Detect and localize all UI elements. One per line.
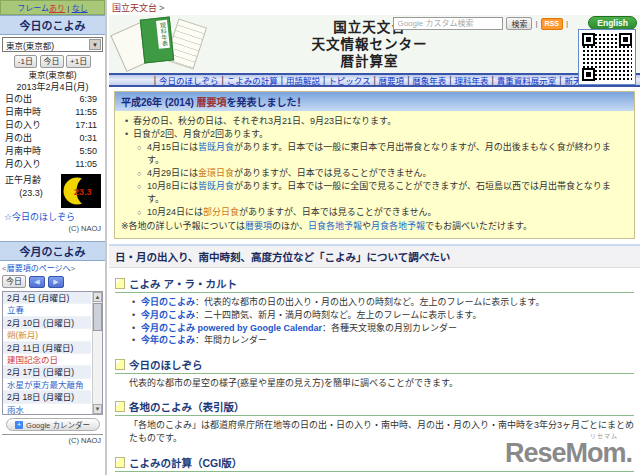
page-icon — [115, 457, 125, 468]
qr-pattern — [582, 33, 632, 81]
frame-off-link[interactable]: なし — [72, 4, 88, 13]
solar-forecast-link[interactable]: 日食各地予報 — [308, 221, 362, 231]
list-item: 水星が東方最大離角 — [3, 379, 91, 391]
nav-keisan[interactable]: こよみの計算 — [227, 74, 278, 86]
google-calendar-label: Google カレンダー — [26, 419, 90, 430]
row-label: 日南中時 — [5, 106, 41, 119]
nav-rika[interactable]: 理科年表 — [455, 74, 489, 86]
row-value: 6:39 — [79, 93, 97, 106]
rss-button[interactable]: RSS — [541, 18, 563, 30]
page-icon — [115, 278, 125, 289]
nav-separator: | — [373, 75, 375, 85]
month-koyomi-title: 今月のこよみ — [0, 241, 105, 261]
nav-rekiyoko[interactable]: 暦要項 — [379, 74, 405, 86]
page-icon — [115, 401, 125, 412]
announcement-sub-bullet: 10月24日には部分日食がありますが、日本では見ることができません。 — [121, 206, 626, 219]
nav-separator: | — [154, 75, 156, 85]
qr-code-image — [578, 29, 636, 85]
main-nav: | 今日のほしぞら| こよみの計算| 用語解説| トピックス| 暦要項| 暦象年… — [109, 73, 640, 87]
rekiyoko-link[interactable]: 暦要項 — [197, 97, 227, 108]
table-row: 月の出0:31 — [0, 132, 105, 145]
item-desc: ：各種天文現象の月別カレンダー — [322, 323, 457, 333]
month-koyomi-link[interactable]: 今月のこよみ — [141, 310, 195, 320]
scrollbar-thumb[interactable] — [93, 303, 102, 331]
list-item: 2月 10日 (日曜日) — [3, 317, 91, 329]
row-value: 11:55 — [75, 106, 97, 119]
lunar-eclipse-link[interactable]: 皆既月食 — [198, 142, 234, 152]
lunar-eclipse-link[interactable]: 皆既月食 — [198, 181, 234, 191]
today-hoshizora-link[interactable]: ☆今日のほしぞら — [0, 208, 105, 223]
copyright-naoj: (C) NAOJ — [0, 223, 105, 233]
row-value: 0:31 — [79, 132, 97, 145]
kakuchi-title-link[interactable]: 各地のこよみ（表引版） — [129, 399, 245, 414]
section-heading-bar: 日・月の出入り、南中時刻、高度方位など「こよみ」について調べたい — [109, 244, 640, 268]
year-koyomi-link[interactable]: 今年のこよみ — [141, 335, 195, 345]
next-arrow-button[interactable]: ▶ — [48, 276, 64, 288]
select-dropdown-icon[interactable]: ▼ — [89, 39, 101, 50]
location-text: 東京(東京都) — [0, 70, 105, 81]
search-input[interactable] — [393, 17, 503, 30]
location-select[interactable]: 東京(東京都) ▼ — [2, 37, 103, 52]
row-value: 17:11 — [75, 119, 97, 132]
hoshizora-desc: 代表的な都市の星空の様子(惑星や星座の見え方)を簡単に調べることができます。 — [115, 374, 634, 392]
rekiyoko-page-link[interactable]: 暦要項のページへ — [7, 264, 71, 273]
nav-separator: | — [449, 75, 451, 85]
table-row: 月の入り11:05 — [0, 158, 105, 171]
today-button[interactable]: 今日 — [40, 55, 64, 68]
moon-age-label: 正午月齢 — [5, 174, 57, 187]
row-label: 月南中時 — [5, 145, 41, 158]
list-item: 建国記念の日 — [3, 354, 91, 366]
hoshizora-title-link[interactable]: 今日のほしぞら — [129, 357, 203, 372]
next-day-button[interactable]: +1日 — [66, 55, 91, 68]
prev-day-button[interactable]: -1日 — [14, 55, 37, 68]
text: がありますが、日本では見ることができません。 — [234, 168, 432, 178]
nav-yougo[interactable]: 用語解説 — [286, 74, 320, 86]
scrollbar[interactable]: ▲ ▼ — [92, 292, 102, 414]
annular-eclipse-link[interactable]: 金環日食 — [198, 168, 234, 178]
announcement-title-pre: 平成26年 (2014) — [121, 97, 197, 108]
search-button[interactable]: 検索 — [506, 17, 532, 30]
nav-shiryo[interactable]: 貴重資料展示室 — [497, 74, 557, 86]
english-button[interactable]: English — [588, 16, 637, 30]
frame-on-link[interactable]: あり — [49, 4, 65, 13]
title-line-3: 暦計算室 — [249, 53, 490, 70]
scroll-up-icon[interactable]: ▲ — [93, 292, 102, 302]
nav-hoshizora[interactable]: 今日のほしぞら — [159, 74, 219, 86]
day-buttons-row: -1日 今日 +1日 — [0, 54, 105, 70]
search-bar: 検索 | RSS | — [393, 17, 568, 30]
keisan-title-link[interactable]: こよみの計算（CGI版） — [129, 455, 242, 470]
table-row: 月南中時5:50 — [0, 145, 105, 158]
row-label: 月の出 — [5, 132, 32, 145]
gcal-koyomi-link[interactable]: 今月のこよみ powered by Google Calendar — [141, 323, 322, 333]
breadcrumb-naoj-link[interactable]: 国立天文台 — [112, 3, 157, 13]
qr-finder-icon — [619, 33, 632, 46]
list-item: 2月 17日 (日曜日) — [3, 366, 91, 378]
scroll-down-icon[interactable]: ▼ — [93, 404, 102, 414]
nav-separator: | — [407, 75, 409, 85]
nav-rekisho[interactable]: 暦象年表 — [412, 74, 446, 86]
table-row: 日の出6:39 — [0, 93, 105, 106]
nav-separator: | — [492, 75, 494, 85]
section-title-hoshizora: 今日のほしぞら — [115, 355, 634, 374]
nav-topics[interactable]: トピックス — [328, 74, 370, 86]
spacer — [0, 233, 105, 241]
site-header: 理科年表 国立天文台 天文情報センター 暦計算室 検索 | RSS | Engl… — [109, 15, 640, 73]
table-row: 日南中時11:55 — [0, 106, 105, 119]
lunar-forecast-link[interactable]: 月食各地予報 — [371, 221, 425, 231]
title-line-2: 天文情報センター — [249, 36, 490, 53]
partial-eclipse-link[interactable]: 部分日食 — [203, 207, 239, 217]
today-koyomi-link[interactable]: 今日のこよみ — [141, 297, 195, 307]
announcement-title-post: を発表しました！ — [227, 97, 307, 108]
page-icon — [115, 359, 125, 370]
month-nav-row: 今日 ◀ ▶ — [0, 274, 105, 290]
google-calendar-button[interactable]: + Google カレンダー — [6, 418, 100, 431]
nav-separator: | — [559, 75, 561, 85]
rekiyoko-link[interactable]: 暦要項 — [245, 221, 272, 231]
bracket-close: > — [71, 264, 76, 273]
keisan-desc: 「こよみの計算」は各地の日の出入り、月の出入り、惑星の出入り、南中時、太陽・月・… — [115, 472, 634, 475]
month-today-button[interactable]: 今日 — [2, 275, 26, 288]
prev-arrow-button[interactable]: ◀ — [29, 276, 45, 288]
alacarte-title-link[interactable]: こよみ ア・ラ・カルト — [129, 276, 237, 291]
list-item: 2月 4日 (月曜日) — [3, 292, 91, 304]
frame-toggle-bar: フレームあり | なし — [0, 0, 105, 15]
